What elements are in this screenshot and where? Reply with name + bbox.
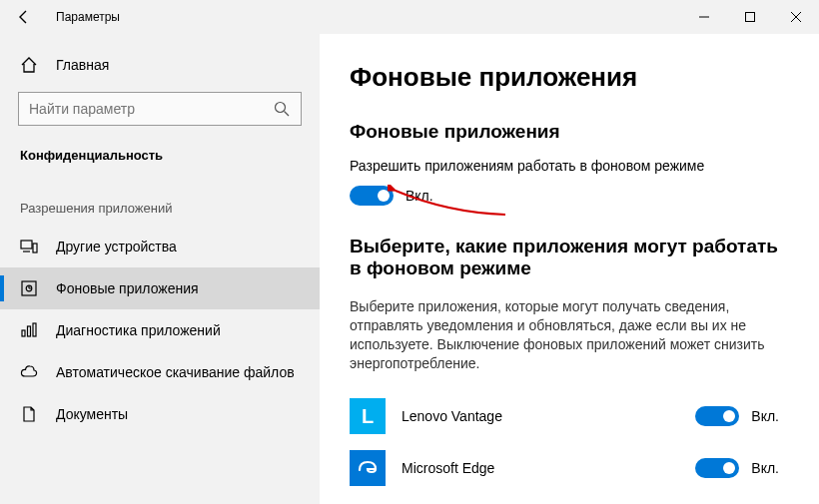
search-icon <box>273 100 291 118</box>
devices-icon <box>20 238 38 255</box>
sidebar-home[interactable]: Главная <box>0 46 320 84</box>
diagnostics-icon <box>20 321 38 339</box>
app-name: Microsoft Edge <box>402 460 695 476</box>
svg-point-2 <box>276 103 286 113</box>
home-icon <box>20 56 38 74</box>
page-title: Фоновые приложения <box>350 62 789 93</box>
app-toggle-edge[interactable] <box>695 458 739 478</box>
window-title: Параметры <box>56 10 120 24</box>
maximize-button[interactable] <box>727 0 773 34</box>
close-button[interactable] <box>773 0 819 34</box>
master-toggle-label: Вкл. <box>406 188 433 204</box>
app-toggle-lenovo[interactable] <box>695 406 739 426</box>
master-toggle[interactable] <box>350 186 394 206</box>
minimize-button[interactable] <box>681 0 727 34</box>
app-row-lenovo: L Lenovo Vantage Вкл. <box>350 390 789 442</box>
sidebar-item-documents[interactable]: Документы <box>0 393 320 435</box>
sidebar-subhead: Разрешения приложений <box>0 179 320 226</box>
sidebar-category: Конфиденциальность <box>0 140 320 179</box>
app-name: Lenovo Vantage <box>402 408 695 424</box>
svg-line-3 <box>285 112 290 117</box>
search-input[interactable] <box>29 101 273 117</box>
app-icon-edge <box>350 450 386 486</box>
section-heading: Выберите, какие приложения могут работат… <box>350 236 789 279</box>
sidebar-item-label: Документы <box>56 406 128 422</box>
sidebar-item-label: Другие устройства <box>56 239 177 254</box>
master-toggle-row: Вкл. <box>350 186 789 206</box>
content-area: Фоновые приложения Фоновые приложения Ра… <box>320 34 819 504</box>
sidebar-item-label: Фоновые приложения <box>56 280 199 296</box>
sidebar-item-label: Автоматическое скачивание файлов <box>56 364 295 380</box>
svg-rect-1 <box>746 13 755 22</box>
sidebar-item-auto-download[interactable]: Автоматическое скачивание файлов <box>0 351 320 393</box>
app-row-edge: Microsoft Edge Вкл. <box>350 442 789 494</box>
sidebar-item-background-apps[interactable]: Фоновые приложения <box>0 267 320 309</box>
section-heading: Фоновые приложения <box>350 121 789 143</box>
sidebar-item-label: Диагностика приложений <box>56 322 221 338</box>
back-button[interactable] <box>0 0 48 34</box>
svg-rect-4 <box>21 241 32 249</box>
home-label: Главная <box>56 57 109 73</box>
svg-rect-10 <box>28 326 31 336</box>
section-description: Выберите приложения, которые могут получ… <box>350 297 769 373</box>
sidebar: Главная Конфиденциальность Разрешения пр… <box>0 34 320 504</box>
svg-rect-5 <box>33 244 37 252</box>
titlebar: Параметры <box>0 0 819 34</box>
svg-rect-11 <box>33 323 36 336</box>
window-controls <box>681 0 819 34</box>
svg-rect-9 <box>22 330 25 336</box>
app-toggle-label: Вкл. <box>751 460 779 476</box>
app-icon-lenovo: L <box>350 398 386 434</box>
cloud-icon <box>20 363 38 381</box>
section-description: Разрешить приложениям работать в фоновом… <box>350 157 789 176</box>
app-toggle-label: Вкл. <box>751 408 779 424</box>
sidebar-item-app-diagnostics[interactable]: Диагностика приложений <box>0 309 320 351</box>
search-box[interactable] <box>18 92 302 126</box>
sidebar-item-other-devices[interactable]: Другие устройства <box>0 226 320 267</box>
document-icon <box>20 405 38 423</box>
background-apps-icon <box>20 279 38 297</box>
